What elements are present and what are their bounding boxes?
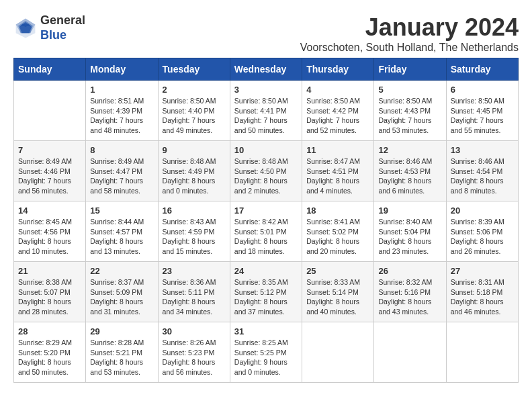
day-info: Sunrise: 8:42 AM Sunset: 5:01 PM Dayligh…	[234, 217, 298, 257]
day-number: 2	[163, 85, 226, 95]
calendar-cell: 21Sunrise: 8:38 AM Sunset: 5:07 PM Dayli…	[14, 262, 86, 322]
calendar-cell: 19Sunrise: 8:40 AM Sunset: 5:04 PM Dayli…	[374, 201, 446, 262]
day-number: 5	[378, 85, 441, 95]
logo-icon	[13, 16, 38, 40]
day-number: 13	[451, 145, 514, 155]
day-number: 10	[234, 145, 298, 155]
col-header-wednesday: Wednesday	[230, 58, 302, 81]
day-info: Sunrise: 8:33 AM Sunset: 5:14 PM Dayligh…	[306, 277, 369, 317]
logo-text: General Blue	[40, 13, 85, 42]
page-header: General Blue January 2024 Voorschoten, S…	[13, 13, 519, 54]
day-info: Sunrise: 8:44 AM Sunset: 4:57 PM Dayligh…	[90, 217, 153, 257]
calendar-cell: 25Sunrise: 8:33 AM Sunset: 5:14 PM Dayli…	[302, 262, 374, 322]
calendar-cell: 27Sunrise: 8:31 AM Sunset: 5:18 PM Dayli…	[446, 262, 518, 322]
day-info: Sunrise: 8:47 AM Sunset: 4:51 PM Dayligh…	[306, 156, 369, 196]
calendar-cell: 1Sunrise: 8:51 AM Sunset: 4:39 PM Daylig…	[86, 81, 158, 141]
day-info: Sunrise: 8:38 AM Sunset: 5:07 PM Dayligh…	[18, 277, 81, 317]
day-info: Sunrise: 8:25 AM Sunset: 5:25 PM Dayligh…	[234, 338, 298, 377]
col-header-monday: Monday	[86, 58, 158, 81]
day-info: Sunrise: 8:50 AM Sunset: 4:42 PM Dayligh…	[306, 96, 369, 136]
day-number: 27	[451, 266, 514, 276]
day-info: Sunrise: 8:48 AM Sunset: 4:49 PM Dayligh…	[163, 156, 226, 196]
day-number: 31	[234, 326, 298, 336]
day-number: 23	[163, 266, 226, 276]
title-area: January 2024 Voorschoten, South Holland,…	[300, 13, 519, 54]
day-info: Sunrise: 8:50 AM Sunset: 4:40 PM Dayligh…	[163, 96, 226, 136]
month-title: January 2024	[300, 13, 519, 42]
col-header-sunday: Sunday	[14, 58, 86, 81]
calendar-cell: 20Sunrise: 8:39 AM Sunset: 5:06 PM Dayli…	[446, 201, 518, 262]
day-info: Sunrise: 8:46 AM Sunset: 4:54 PM Dayligh…	[451, 156, 514, 196]
calendar-cell: 11Sunrise: 8:47 AM Sunset: 4:51 PM Dayli…	[302, 141, 374, 201]
day-number: 18	[306, 205, 369, 216]
calendar-cell: 6Sunrise: 8:50 AM Sunset: 4:45 PM Daylig…	[446, 81, 518, 141]
calendar-cell	[446, 322, 518, 383]
calendar-cell: 7Sunrise: 8:49 AM Sunset: 4:46 PM Daylig…	[14, 141, 86, 201]
calendar-week-2: 7Sunrise: 8:49 AM Sunset: 4:46 PM Daylig…	[14, 141, 519, 201]
day-number: 14	[18, 205, 81, 216]
calendar-cell: 14Sunrise: 8:45 AM Sunset: 4:56 PM Dayli…	[14, 201, 86, 262]
calendar-cell: 22Sunrise: 8:37 AM Sunset: 5:09 PM Dayli…	[86, 262, 158, 322]
calendar-week-4: 21Sunrise: 8:38 AM Sunset: 5:07 PM Dayli…	[14, 262, 519, 322]
day-number: 21	[18, 266, 81, 276]
day-number: 24	[234, 266, 298, 276]
location-title: Voorschoten, South Holland, The Netherla…	[300, 42, 519, 54]
day-number: 19	[378, 205, 441, 216]
day-info: Sunrise: 8:50 AM Sunset: 4:43 PM Dayligh…	[378, 96, 441, 136]
calendar-cell: 5Sunrise: 8:50 AM Sunset: 4:43 PM Daylig…	[374, 81, 446, 141]
day-info: Sunrise: 8:48 AM Sunset: 4:50 PM Dayligh…	[234, 156, 298, 196]
calendar-week-3: 14Sunrise: 8:45 AM Sunset: 4:56 PM Dayli…	[14, 201, 519, 262]
day-info: Sunrise: 8:31 AM Sunset: 5:18 PM Dayligh…	[451, 277, 514, 317]
day-info: Sunrise: 8:46 AM Sunset: 4:53 PM Dayligh…	[378, 156, 441, 196]
day-number: 22	[90, 266, 153, 276]
calendar-header-row: SundayMondayTuesdayWednesdayThursdayFrid…	[14, 58, 519, 81]
day-info: Sunrise: 8:51 AM Sunset: 4:39 PM Dayligh…	[90, 96, 153, 136]
day-number: 11	[306, 145, 369, 155]
calendar-cell: 16Sunrise: 8:43 AM Sunset: 4:59 PM Dayli…	[158, 201, 230, 262]
calendar-cell: 8Sunrise: 8:49 AM Sunset: 4:47 PM Daylig…	[86, 141, 158, 201]
calendar-cell: 3Sunrise: 8:50 AM Sunset: 4:41 PM Daylig…	[230, 81, 302, 141]
day-number: 28	[18, 326, 81, 336]
calendar-cell: 28Sunrise: 8:29 AM Sunset: 5:20 PM Dayli…	[14, 322, 86, 383]
day-number: 16	[163, 205, 226, 216]
day-info: Sunrise: 8:49 AM Sunset: 4:46 PM Dayligh…	[18, 156, 81, 196]
day-number: 29	[90, 326, 153, 336]
calendar-cell	[302, 322, 374, 383]
col-header-thursday: Thursday	[302, 58, 374, 81]
day-info: Sunrise: 8:28 AM Sunset: 5:21 PM Dayligh…	[90, 338, 153, 377]
calendar-cell	[374, 322, 446, 383]
calendar-cell: 24Sunrise: 8:35 AM Sunset: 5:12 PM Dayli…	[230, 262, 302, 322]
day-info: Sunrise: 8:39 AM Sunset: 5:06 PM Dayligh…	[451, 217, 514, 257]
calendar-cell: 31Sunrise: 8:25 AM Sunset: 5:25 PM Dayli…	[230, 322, 302, 383]
day-info: Sunrise: 8:32 AM Sunset: 5:16 PM Dayligh…	[378, 277, 441, 317]
day-info: Sunrise: 8:37 AM Sunset: 5:09 PM Dayligh…	[90, 277, 153, 317]
day-number: 6	[451, 85, 514, 95]
day-number: 7	[18, 145, 81, 155]
calendar-cell: 18Sunrise: 8:41 AM Sunset: 5:02 PM Dayli…	[302, 201, 374, 262]
col-header-tuesday: Tuesday	[158, 58, 230, 81]
calendar-cell	[14, 81, 86, 141]
day-info: Sunrise: 8:50 AM Sunset: 4:41 PM Dayligh…	[234, 96, 298, 136]
day-info: Sunrise: 8:26 AM Sunset: 5:23 PM Dayligh…	[163, 338, 226, 377]
calendar-cell: 13Sunrise: 8:46 AM Sunset: 4:54 PM Dayli…	[446, 141, 518, 201]
day-number: 17	[234, 205, 298, 216]
day-number: 3	[234, 85, 298, 95]
day-number: 4	[306, 85, 369, 95]
day-number: 25	[306, 266, 369, 276]
calendar-cell: 15Sunrise: 8:44 AM Sunset: 4:57 PM Dayli…	[86, 201, 158, 262]
calendar-cell: 12Sunrise: 8:46 AM Sunset: 4:53 PM Dayli…	[374, 141, 446, 201]
day-info: Sunrise: 8:50 AM Sunset: 4:45 PM Dayligh…	[451, 96, 514, 136]
calendar-cell: 9Sunrise: 8:48 AM Sunset: 4:49 PM Daylig…	[158, 141, 230, 201]
col-header-saturday: Saturday	[446, 58, 518, 81]
day-number: 20	[451, 205, 514, 216]
day-number: 8	[90, 145, 153, 155]
day-number: 15	[90, 205, 153, 216]
day-info: Sunrise: 8:40 AM Sunset: 5:04 PM Dayligh…	[378, 217, 441, 257]
logo: General Blue	[13, 13, 85, 42]
calendar-cell: 17Sunrise: 8:42 AM Sunset: 5:01 PM Dayli…	[230, 201, 302, 262]
calendar-week-1: 1Sunrise: 8:51 AM Sunset: 4:39 PM Daylig…	[14, 81, 519, 141]
day-info: Sunrise: 8:49 AM Sunset: 4:47 PM Dayligh…	[90, 156, 153, 196]
calendar-cell: 23Sunrise: 8:36 AM Sunset: 5:11 PM Dayli…	[158, 262, 230, 322]
calendar-cell: 29Sunrise: 8:28 AM Sunset: 5:21 PM Dayli…	[86, 322, 158, 383]
calendar-table: SundayMondayTuesdayWednesdayThursdayFrid…	[13, 58, 519, 383]
